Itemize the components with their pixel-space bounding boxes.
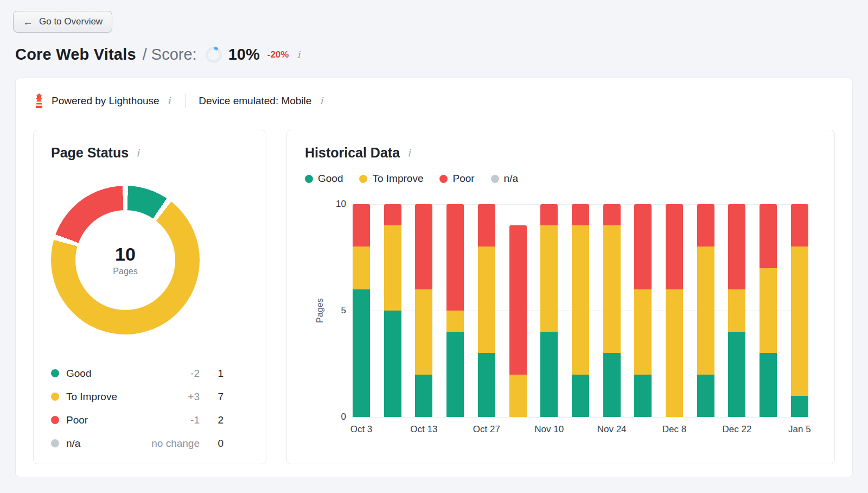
bar-segment-to-improve <box>353 246 370 289</box>
historical-chart-plot: Pages 10 5 0 <box>353 204 808 417</box>
bar-segment-to-improve <box>603 225 621 353</box>
bar-segment-good <box>572 375 589 417</box>
stacked-bar[interactable] <box>384 204 401 417</box>
donut-center: 10 Pages <box>75 210 175 310</box>
legend-label: Good <box>66 368 150 380</box>
bar-segment-good <box>760 353 777 417</box>
legend-change: -2 <box>150 368 200 380</box>
vertical-divider <box>185 94 186 108</box>
score-value: 10% <box>228 46 260 64</box>
x-axis-label <box>697 424 714 435</box>
score-mini-donut <box>206 47 222 63</box>
legend-label: To Improve <box>66 391 150 403</box>
bar-segment-poor <box>540 204 558 225</box>
to-improve-dot <box>51 393 59 401</box>
bar-segment-poor <box>384 204 401 225</box>
info-icon[interactable]: i <box>166 96 173 106</box>
score-prefix: / Score: <box>143 46 197 64</box>
bar-segment-to-improve <box>666 289 683 417</box>
bar-segment-good <box>415 375 432 417</box>
meta-row: Powered by Lighthouse i Device emulated:… <box>33 93 835 108</box>
bar-segment-poor <box>509 225 527 374</box>
legend-count: 1 <box>200 368 224 380</box>
x-axis-label: Nov 24 <box>603 424 621 435</box>
stacked-bar[interactable] <box>415 204 432 417</box>
x-axis-label <box>760 424 777 435</box>
bar-segment-good <box>697 375 714 417</box>
stacked-bar[interactable] <box>791 204 808 417</box>
info-icon[interactable]: i <box>318 96 324 106</box>
bar-segment-to-improve <box>791 246 808 395</box>
page-status-card: Page Status i 10 Pages Good -2 1 To <box>33 130 266 464</box>
x-axis-label: Dec 22 <box>728 424 745 435</box>
cards-row: Page Status i 10 Pages Good -2 1 To <box>33 130 835 464</box>
stacked-bar[interactable] <box>666 204 683 417</box>
topbar: ← Go to Overview <box>0 0 868 33</box>
legend-item-poor: Poor <box>439 173 474 185</box>
legend-label: To Improve <box>372 173 423 185</box>
bar-segment-good <box>478 353 495 417</box>
bar-segment-to-improve <box>478 246 495 353</box>
page-status-title: Page Status <box>51 145 129 161</box>
legend-row-to-improve: To Improve +3 7 <box>51 385 224 408</box>
bar-segment-to-improve <box>509 375 527 417</box>
stacked-bar[interactable] <box>760 204 777 417</box>
stacked-bar[interactable] <box>634 204 652 417</box>
legend-row-good: Good -2 1 <box>51 362 224 385</box>
x-axis-labels: Oct 3Oct 13Oct 27Nov 10Nov 24Dec 8Dec 22… <box>353 424 808 435</box>
donut-total-label: Pages <box>113 267 137 276</box>
info-icon[interactable]: i <box>406 148 412 158</box>
page-status-legend: Good -2 1 To Improve +3 7 Poor -1 2 <box>51 362 248 455</box>
bar-segment-poor <box>728 204 745 289</box>
bar-segment-good <box>446 332 464 417</box>
stacked-bar[interactable] <box>478 204 495 417</box>
x-axis-label <box>446 424 464 435</box>
bar-segment-to-improve <box>572 225 589 374</box>
y-axis-tick: 0 <box>328 412 346 422</box>
page-status-donut[interactable]: 10 Pages <box>51 186 200 334</box>
bar-segment-good <box>634 375 652 417</box>
page-status-title-row: Page Status i <box>51 145 248 161</box>
stacked-bar[interactable] <box>509 225 527 417</box>
legend-count: 0 <box>200 438 224 450</box>
legend-label: n/a <box>504 173 518 185</box>
stacked-bar[interactable] <box>353 204 370 417</box>
stacked-bar[interactable] <box>540 204 558 417</box>
bar-segment-poor <box>760 204 777 268</box>
x-axis-label: Jan 5 <box>791 424 808 435</box>
legend-label: Good <box>318 173 343 185</box>
stacked-bar[interactable] <box>697 204 714 417</box>
core-web-vitals-panel: Powered by Lighthouse i Device emulated:… <box>15 78 853 477</box>
good-dot <box>51 369 59 377</box>
bar-segment-poor <box>446 204 464 311</box>
bar-segment-good <box>603 353 621 417</box>
legend-count: 2 <box>200 414 224 426</box>
x-axis-label <box>634 424 652 435</box>
x-axis-label: Oct 13 <box>415 424 432 435</box>
stacked-bar[interactable] <box>446 204 464 417</box>
bar-segment-to-improve <box>634 289 652 375</box>
powered-by-label: Powered by Lighthouse <box>52 95 159 107</box>
stacked-bar[interactable] <box>728 204 745 417</box>
legend-row-na: n/a no change 0 <box>51 432 224 455</box>
y-axis-tick: 10 <box>328 199 346 210</box>
x-axis-label: Oct 27 <box>478 424 495 435</box>
stacked-bar[interactable] <box>603 204 621 417</box>
bar-segment-good <box>791 396 808 417</box>
historical-title-row: Historical Data i <box>305 145 816 161</box>
legend-label: Poor <box>452 173 474 185</box>
to-improve-dot <box>359 175 367 183</box>
historical-data-card: Historical Data i Good To Improve Poor <box>286 130 835 464</box>
go-to-overview-button[interactable]: ← Go to Overview <box>13 11 112 33</box>
x-axis-label: Nov 10 <box>540 424 558 435</box>
na-dot <box>491 175 499 183</box>
bar-segment-to-improve <box>540 225 558 332</box>
bar-segment-poor <box>634 204 652 289</box>
bar-segment-to-improve <box>384 225 401 311</box>
x-axis-label <box>572 424 589 435</box>
go-to-overview-label: Go to Overview <box>39 16 103 27</box>
historical-title: Historical Data <box>305 145 400 161</box>
info-icon[interactable]: i <box>135 148 141 158</box>
stacked-bar[interactable] <box>572 204 589 417</box>
info-icon[interactable]: i <box>295 50 302 60</box>
